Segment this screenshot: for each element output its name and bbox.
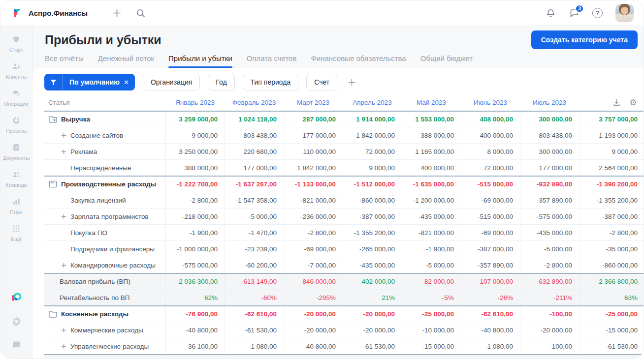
row-label[interactable]: Косвенные расходы (44, 306, 165, 322)
row-label[interactable]: Производственные расходы (44, 177, 165, 192)
help-icon[interactable] (592, 8, 603, 18)
row-label-text: Управленческие расходы (70, 343, 149, 350)
sidebar-item-projects[interactable]: Проекты (0, 115, 32, 134)
cell-value: -1 133 000,00 (284, 177, 343, 192)
cell-value: -387 000,00 (579, 209, 644, 224)
table-row: Создание сайтов9 000,00803 438,00177 000… (44, 127, 644, 143)
row-label-text: Закупка лицензий (70, 197, 126, 204)
expand-plus-icon[interactable] (61, 133, 66, 138)
row-label[interactable]: Закупка лицензий (44, 192, 165, 208)
row-label[interactable]: Нераспределенные (44, 160, 165, 176)
pnl-table: СтатьяЯнварь 2023Февраль 2023Март 2023Ап… (44, 94, 644, 354)
expand-plus-icon[interactable] (61, 214, 66, 219)
sidebar-item-documents[interactable]: Документы (0, 142, 32, 161)
tab-financial-obligations[interactable]: Финансовые обязательства (311, 54, 406, 68)
column-header[interactable]: Март 2023 (284, 94, 343, 111)
expand-plus-icon[interactable] (61, 149, 66, 154)
user-avatar[interactable] (615, 4, 634, 22)
tab-profit-loss[interactable]: Прибыли и убытки (168, 54, 232, 68)
row-label-text: Производственные расходы (61, 180, 156, 188)
page-header: Прибыли и убытки Создать категорию учета… (32, 26, 644, 68)
row-label[interactable]: Рентабельность по ВП (44, 290, 165, 305)
row-label[interactable]: Реклама (44, 144, 165, 159)
sidebar-item-label: Команда (6, 182, 27, 188)
filter-default-label: По умолчанию (63, 78, 123, 86)
add-filter-icon[interactable] (345, 76, 358, 89)
sidebar-item-plan[interactable]: План (0, 196, 32, 215)
cell-value: -1 547 358,00 (225, 192, 284, 208)
sidebar-item-label: Операции (4, 101, 28, 107)
column-header[interactable]: Январь 2023 (165, 94, 225, 111)
cell-value: -1 900,00 (402, 241, 461, 257)
cell-value: -1 000 000,00 (165, 241, 225, 257)
row-label[interactable]: Зарплата программистов (44, 209, 165, 224)
column-header[interactable]: Июнь 2023 (461, 94, 520, 111)
filter-default-chip[interactable]: По умолчанию✕ (44, 74, 135, 90)
sidebar-item-start[interactable]: Старт (0, 34, 32, 53)
messages-button[interactable]: 3 (569, 8, 580, 19)
quick-add-button[interactable] (111, 8, 122, 19)
cell-value: -1 080,00 (461, 338, 520, 354)
cell-value: -36 100,00 (165, 338, 225, 354)
row-label-text: Рентабельность по ВП (60, 294, 129, 301)
row-label[interactable]: Управленческие расходы (44, 338, 165, 354)
cell-value: 72 000,00 (343, 144, 402, 159)
row-label-text: Реклама (70, 148, 97, 155)
chat-icon[interactable] (10, 339, 22, 351)
create-category-button[interactable]: Создать категорию учета (531, 30, 638, 49)
settings-icon[interactable] (10, 315, 22, 327)
sidebar-item-operations[interactable]: Операции (0, 88, 32, 107)
table-row: Коммерческие расходы-40 800,00-61 530,00… (44, 322, 644, 338)
cell-value: 1 842 000,00 (343, 127, 402, 143)
tab-general-budget[interactable]: Общий бюджет (420, 54, 473, 68)
notifications-bell-icon[interactable] (545, 8, 556, 19)
tab-cash-flow[interactable]: Денежный поток (98, 54, 154, 68)
sidebar-item-label: План (10, 209, 22, 215)
filter-chip-account[interactable]: Счет (306, 74, 337, 90)
row-label[interactable]: Коммерческие расходы (44, 322, 165, 338)
cell-value: 9 000,00 (343, 160, 402, 176)
cell-value: -860 000,00 (343, 192, 402, 208)
download-icon[interactable] (612, 98, 621, 107)
row-label[interactable]: Командировочные расходы (44, 257, 165, 273)
sidebar-item-more[interactable]: Ещё (0, 223, 32, 242)
filter-chip-year[interactable]: Год (208, 74, 234, 90)
cell-value: -1 355 200,00 (579, 192, 644, 208)
filter-chip-period-type[interactable]: Тип периода (243, 74, 299, 90)
cell-value: -1 390 200,00 (579, 177, 644, 192)
tab-all-reports[interactable]: Все отчёты (45, 54, 84, 68)
search-icon[interactable] (135, 8, 146, 19)
expand-plus-icon[interactable] (61, 263, 66, 268)
cell-value: -613 149,00 (225, 274, 284, 289)
report-tabs: Все отчётыДенежный потокПрибыли и убытки… (45, 54, 632, 68)
cell-value: 400 000,00 (402, 160, 461, 176)
row-label[interactable]: Выручка (44, 112, 165, 127)
column-header[interactable]: Июль 2023 (520, 94, 579, 111)
column-header[interactable]: Май 2023 (402, 94, 461, 111)
expand-plus-icon[interactable] (61, 344, 66, 349)
expand-plus-icon[interactable] (61, 328, 66, 333)
settings-icon[interactable]: ⚙ (629, 98, 638, 107)
table-row: Валовая прибыль (ВП)2 036 300,00-613 149… (44, 273, 644, 289)
cell-value: 63% (579, 290, 644, 305)
sidebar-item-clients[interactable]: Клиенты (0, 61, 32, 80)
cell-value: 300 000,00 (520, 112, 579, 127)
row-label[interactable]: Создание сайтов (44, 127, 165, 143)
clients-icon (11, 61, 22, 72)
column-header[interactable]: Апрель 2023 (343, 94, 402, 111)
row-label[interactable]: Подрядчики и фрилансеры (44, 241, 165, 257)
close-icon[interactable]: ✕ (123, 79, 135, 86)
row-label[interactable]: Покупка ПО (44, 225, 165, 240)
filter-chip-organization[interactable]: Организация (143, 74, 200, 90)
funnel-icon (44, 74, 63, 90)
workspace-logo-icon[interactable] (10, 292, 22, 303)
sidebar-item-team[interactable]: Команда (0, 169, 32, 188)
cell-value: 408 000,00 (461, 112, 520, 127)
tab-bill-payment[interactable]: Оплата счетов (247, 54, 297, 68)
column-header[interactable]: Февраль 2023 (225, 94, 284, 111)
cell-value: -236 000,00 (284, 209, 343, 224)
row-label[interactable]: Валовая прибыль (ВП) (44, 274, 165, 289)
row-label-text: Косвенные расходы (61, 310, 129, 318)
cell-value: -575 000,00 (165, 257, 225, 273)
cell-value: -632 890,00 (520, 274, 579, 289)
